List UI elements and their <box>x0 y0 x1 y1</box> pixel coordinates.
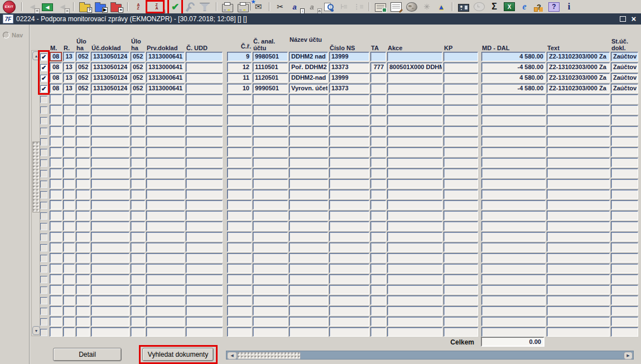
cell-prvdoklad[interactable] <box>146 317 185 326</box>
cell-uloha2[interactable] <box>131 179 145 188</box>
cell-prvdoklad[interactable] <box>146 168 185 178</box>
cell-m[interactable] <box>50 327 62 337</box>
cell-canal[interactable]: 1110501 <box>253 62 288 72</box>
cell-kp[interactable] <box>444 94 478 104</box>
context-help-icon[interactable]: ? <box>534 1 544 13</box>
cell-prvdoklad[interactable] <box>146 137 185 146</box>
cell-cr[interactable] <box>227 137 252 146</box>
cell-cr[interactable] <box>227 158 252 167</box>
cell-m[interactable]: 08 <box>50 52 62 61</box>
cell-cislons[interactable] <box>329 105 369 114</box>
cell-uloha2[interactable] <box>131 115 145 125</box>
cell-akce[interactable] <box>387 242 442 252</box>
sum-icon[interactable]: Σ <box>489 1 499 13</box>
cell-kp[interactable] <box>444 190 478 199</box>
cell-ta[interactable] <box>370 200 386 210</box>
cell-kp[interactable] <box>444 285 478 294</box>
cell-uloha[interactable] <box>76 285 90 294</box>
cell-nazev[interactable] <box>289 274 328 284</box>
cell-stuc[interactable] <box>611 211 638 220</box>
cell-cr[interactable] <box>227 232 252 241</box>
cell-ta[interactable] <box>370 126 386 135</box>
cell-mddal[interactable]: -4 580.00 <box>481 84 546 93</box>
cell-uloha2[interactable]: 052 <box>131 73 145 82</box>
cell-mddal[interactable] <box>481 264 546 273</box>
cell-ucdoklad[interactable] <box>91 94 129 104</box>
cell-akce[interactable] <box>387 285 442 294</box>
cell-nazev[interactable] <box>289 105 328 114</box>
cell-cudd[interactable] <box>186 126 223 135</box>
row-checkbox[interactable] <box>40 318 47 326</box>
row-checkbox[interactable] <box>40 191 47 198</box>
row-checkbox[interactable] <box>40 117 47 124</box>
cell-cudd[interactable] <box>186 317 223 326</box>
browser-icon[interactable]: e <box>519 1 529 13</box>
cell-cr[interactable] <box>227 168 252 178</box>
cell-uloha2[interactable] <box>131 317 145 326</box>
cell-cislons[interactable] <box>329 253 369 263</box>
cell-ucdoklad[interactable] <box>91 126 129 135</box>
announce-add-icon[interactable]: ◀+ <box>27 1 37 13</box>
cell-text[interactable] <box>547 137 610 146</box>
cell-kp[interactable] <box>444 200 478 210</box>
cell-ucdoklad[interactable]: 1313050124 <box>91 84 129 93</box>
cell-text[interactable] <box>547 179 610 188</box>
cell-mddal[interactable] <box>481 115 546 125</box>
cell-cr[interactable] <box>227 147 252 157</box>
cell-stuc[interactable]: Zaúčtov <box>611 52 638 61</box>
cell-mddal[interactable] <box>481 253 546 263</box>
cell-r[interactable] <box>63 190 75 199</box>
cell-nazev[interactable] <box>289 306 328 316</box>
cell-cr[interactable] <box>227 200 252 210</box>
close-button[interactable]: × <box>629 15 638 23</box>
cell-mddal[interactable] <box>481 126 546 135</box>
cell-kp[interactable] <box>444 327 478 337</box>
cell-canal[interactable]: 9980501 <box>253 52 288 61</box>
cell-prvdoklad[interactable] <box>146 94 185 104</box>
cell-cudd[interactable] <box>186 73 223 82</box>
cell-r[interactable] <box>63 253 75 263</box>
mail-new-icon[interactable]: ✉★ <box>253 1 263 13</box>
cell-uloha[interactable] <box>76 105 90 114</box>
confirm-check-icon[interactable]: ✔ <box>170 1 180 13</box>
cell-text[interactable] <box>547 306 610 316</box>
row-checkbox[interactable] <box>40 128 47 135</box>
cell-uloha2[interactable] <box>131 126 145 135</box>
cell-uloha2[interactable] <box>131 306 145 316</box>
cell-ucdoklad[interactable]: 1313050124 <box>91 62 129 72</box>
row-checkbox[interactable] <box>40 297 47 304</box>
cell-stuc[interactable] <box>611 137 638 146</box>
cell-nazev[interactable] <box>289 253 328 263</box>
cell-text[interactable] <box>547 158 610 167</box>
cell-nazev[interactable]: Vyrovn. účet <box>289 84 328 93</box>
cell-stuc[interactable] <box>611 327 638 337</box>
cell-nazev[interactable] <box>289 211 328 220</box>
cell-ta[interactable] <box>370 295 386 305</box>
cell-m[interactable] <box>50 232 62 241</box>
cell-canal[interactable] <box>253 105 288 114</box>
print-icon[interactable] <box>222 4 233 12</box>
cell-m[interactable] <box>50 200 62 210</box>
cell-nazev[interactable] <box>289 200 328 210</box>
cell-akce[interactable] <box>387 295 442 305</box>
cell-cislons[interactable] <box>329 126 369 135</box>
cell-prvdoklad[interactable] <box>146 211 185 220</box>
cell-mddal[interactable] <box>481 242 546 252</box>
cell-cudd[interactable] <box>186 295 223 305</box>
cell-r[interactable] <box>63 295 75 305</box>
cell-m[interactable] <box>50 137 62 146</box>
cell-cr[interactable] <box>227 317 252 326</box>
cell-prvdoklad[interactable]: 1313000641 <box>146 73 185 82</box>
cell-r[interactable]: 13 <box>63 84 75 93</box>
cell-mddal[interactable] <box>481 274 546 284</box>
cell-r[interactable] <box>63 327 75 337</box>
cell-mddal[interactable] <box>481 105 546 114</box>
cell-prvdoklad[interactable] <box>146 158 185 167</box>
scroll-left-button[interactable]: ◀ <box>227 352 237 360</box>
cell-mddal[interactable] <box>481 158 546 167</box>
cell-uloha[interactable] <box>76 211 90 220</box>
cell-nazev[interactable] <box>289 115 328 125</box>
cell-cislons[interactable] <box>329 211 369 220</box>
cell-ta[interactable] <box>370 179 386 188</box>
cell-r[interactable] <box>63 179 75 188</box>
